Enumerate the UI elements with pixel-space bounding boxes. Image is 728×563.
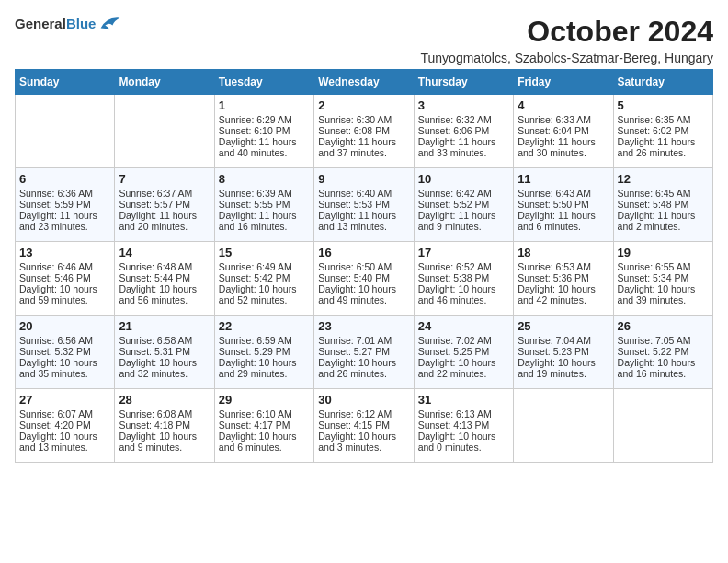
day-number: 14 <box>119 246 210 259</box>
calendar-week-row: 1Sunrise: 6:29 AMSunset: 6:10 PMDaylight… <box>16 95 713 168</box>
sunrise-text: Sunrise: 7:02 AM <box>418 335 509 346</box>
logo-bird-icon <box>99 15 121 31</box>
sunset-text: Sunset: 5:57 PM <box>119 199 210 210</box>
sunset-text: Sunset: 5:55 PM <box>219 199 310 210</box>
calendar-cell: 24Sunrise: 7:02 AMSunset: 5:25 PMDayligh… <box>414 316 513 389</box>
sunset-text: Sunset: 4:13 PM <box>418 419 509 431</box>
sunrise-text: Sunrise: 6:33 AM <box>518 114 609 125</box>
calendar-cell <box>613 389 712 463</box>
sunrise-text: Sunrise: 6:58 AM <box>119 335 210 346</box>
sunset-text: Sunset: 5:50 PM <box>518 199 609 210</box>
day-number: 26 <box>618 319 709 333</box>
sunset-text: Sunset: 5:44 PM <box>119 272 210 283</box>
daylight-text: Daylight: 11 hours and 30 minutes. <box>518 136 609 158</box>
sunrise-text: Sunrise: 6:48 AM <box>119 261 210 272</box>
sunrise-text: Sunrise: 6:36 AM <box>19 188 110 199</box>
daylight-text: Daylight: 10 hours and 46 minutes. <box>418 283 509 305</box>
day-number: 27 <box>19 393 110 407</box>
sunset-text: Sunset: 5:27 PM <box>318 346 409 357</box>
daylight-text: Daylight: 10 hours and 6 minutes. <box>219 431 310 453</box>
day-number: 24 <box>418 319 509 333</box>
day-number: 2 <box>318 98 409 112</box>
sunset-text: Sunset: 5:23 PM <box>518 346 609 357</box>
day-number: 6 <box>19 172 110 186</box>
calendar-week-row: 27Sunrise: 6:07 AMSunset: 4:20 PMDayligh… <box>16 389 713 463</box>
daylight-text: Daylight: 10 hours and 39 minutes. <box>618 283 709 305</box>
weekday-header-tuesday: Tuesday <box>214 70 313 95</box>
sunset-text: Sunset: 5:53 PM <box>318 199 409 210</box>
daylight-text: Daylight: 11 hours and 13 minutes. <box>318 210 409 232</box>
sunset-text: Sunset: 5:22 PM <box>618 346 709 357</box>
calendar-cell: 4Sunrise: 6:33 AMSunset: 6:04 PMDaylight… <box>514 95 613 168</box>
calendar-cell: 1Sunrise: 6:29 AMSunset: 6:10 PMDaylight… <box>214 95 313 168</box>
logo: GeneralBlue <box>15 15 121 31</box>
calendar-cell: 19Sunrise: 6:55 AMSunset: 5:34 PMDayligh… <box>613 242 712 316</box>
daylight-text: Daylight: 10 hours and 59 minutes. <box>19 283 110 305</box>
calendar-week-row: 20Sunrise: 6:56 AMSunset: 5:32 PMDayligh… <box>16 316 713 389</box>
calendar-cell: 29Sunrise: 6:10 AMSunset: 4:17 PMDayligh… <box>214 389 313 463</box>
daylight-text: Daylight: 10 hours and 9 minutes. <box>119 431 210 453</box>
sunset-text: Sunset: 5:52 PM <box>418 199 509 210</box>
logo-general: General <box>15 16 66 31</box>
calendar-cell: 13Sunrise: 6:46 AMSunset: 5:46 PMDayligh… <box>16 242 115 316</box>
sunrise-text: Sunrise: 6:55 AM <box>618 261 709 272</box>
calendar-cell: 22Sunrise: 6:59 AMSunset: 5:29 PMDayligh… <box>214 316 313 389</box>
sunrise-text: Sunrise: 7:05 AM <box>618 335 709 346</box>
daylight-text: Daylight: 10 hours and 22 minutes. <box>418 357 509 379</box>
day-number: 25 <box>518 319 609 333</box>
daylight-text: Daylight: 10 hours and 3 minutes. <box>318 431 409 453</box>
calendar-cell: 11Sunrise: 6:43 AMSunset: 5:50 PMDayligh… <box>514 168 613 242</box>
logo-text: GeneralBlue <box>15 16 96 31</box>
day-number: 11 <box>518 172 609 186</box>
day-number: 30 <box>318 393 409 407</box>
month-title: October 2024 <box>421 15 714 49</box>
daylight-text: Daylight: 11 hours and 2 minutes. <box>618 210 709 232</box>
sunrise-text: Sunrise: 6:29 AM <box>219 114 310 125</box>
calendar-cell: 17Sunrise: 6:52 AMSunset: 5:38 PMDayligh… <box>414 242 513 316</box>
day-number: 8 <box>219 172 310 186</box>
sunrise-text: Sunrise: 6:43 AM <box>518 188 609 199</box>
day-number: 10 <box>418 172 509 186</box>
sunrise-text: Sunrise: 6:39 AM <box>219 188 310 199</box>
daylight-text: Daylight: 11 hours and 33 minutes. <box>418 136 509 158</box>
daylight-text: Daylight: 11 hours and 23 minutes. <box>19 210 110 232</box>
calendar-week-row: 6Sunrise: 6:36 AMSunset: 5:59 PMDaylight… <box>16 168 713 242</box>
calendar-cell: 28Sunrise: 6:08 AMSunset: 4:18 PMDayligh… <box>115 389 214 463</box>
logo-blue: Blue <box>66 16 97 31</box>
day-number: 19 <box>618 246 709 259</box>
daylight-text: Daylight: 11 hours and 40 minutes. <box>219 136 310 158</box>
sunset-text: Sunset: 5:25 PM <box>418 346 509 357</box>
day-number: 28 <box>119 393 210 407</box>
sunset-text: Sunset: 5:29 PM <box>219 346 310 357</box>
calendar-cell: 15Sunrise: 6:49 AMSunset: 5:42 PMDayligh… <box>214 242 313 316</box>
daylight-text: Daylight: 10 hours and 13 minutes. <box>19 431 110 453</box>
calendar-cell: 9Sunrise: 6:40 AMSunset: 5:53 PMDaylight… <box>314 168 414 242</box>
sunrise-text: Sunrise: 6:35 AM <box>618 114 709 125</box>
daylight-text: Daylight: 10 hours and 0 minutes. <box>418 431 509 453</box>
day-number: 15 <box>219 246 310 259</box>
calendar-cell: 25Sunrise: 7:04 AMSunset: 5:23 PMDayligh… <box>514 316 613 389</box>
sunrise-text: Sunrise: 6:07 AM <box>19 408 110 419</box>
daylight-text: Daylight: 10 hours and 29 minutes. <box>219 357 310 379</box>
day-number: 12 <box>618 172 709 186</box>
sunset-text: Sunset: 6:10 PM <box>219 125 310 136</box>
calendar-cell <box>16 95 115 168</box>
calendar-cell: 16Sunrise: 6:50 AMSunset: 5:40 PMDayligh… <box>314 242 414 316</box>
calendar-table: SundayMondayTuesdayWednesdayThursdayFrid… <box>15 69 713 463</box>
day-number: 29 <box>219 393 310 407</box>
weekday-header-row: SundayMondayTuesdayWednesdayThursdayFrid… <box>16 70 713 95</box>
day-number: 16 <box>318 246 409 259</box>
location-title: Tunyogmatolcs, Szabolcs-Szatmar-Bereg, H… <box>421 51 714 65</box>
calendar-cell: 23Sunrise: 7:01 AMSunset: 5:27 PMDayligh… <box>314 316 414 389</box>
sunset-text: Sunset: 5:36 PM <box>518 272 609 283</box>
day-number: 5 <box>618 98 709 112</box>
weekday-header-saturday: Saturday <box>613 70 712 95</box>
day-number: 7 <box>119 172 210 186</box>
weekday-header-wednesday: Wednesday <box>314 70 414 95</box>
sunset-text: Sunset: 6:08 PM <box>318 125 409 136</box>
calendar-cell: 18Sunrise: 6:53 AMSunset: 5:36 PMDayligh… <box>514 242 613 316</box>
weekday-header-friday: Friday <box>514 70 613 95</box>
calendar-cell: 27Sunrise: 6:07 AMSunset: 4:20 PMDayligh… <box>16 389 115 463</box>
sunrise-text: Sunrise: 6:42 AM <box>418 188 509 199</box>
sunrise-text: Sunrise: 6:45 AM <box>618 188 709 199</box>
